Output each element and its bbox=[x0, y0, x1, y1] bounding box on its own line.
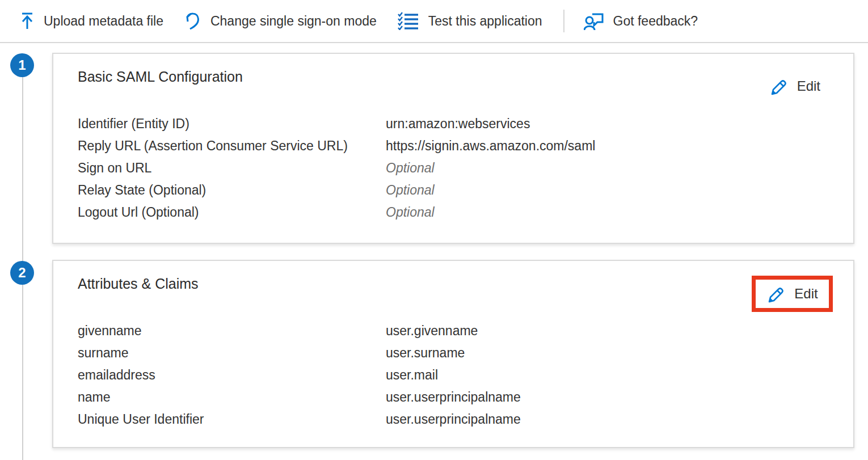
edit-attributes-claims-button[interactable]: Edit bbox=[766, 284, 818, 303]
saml-config-rows: Identifier (Entity ID)urn:amazon:webserv… bbox=[78, 113, 836, 223]
basic-saml-configuration-card: Basic SAML Configuration Edit Identifier… bbox=[52, 53, 854, 244]
checklist-icon bbox=[398, 12, 419, 30]
row-label: Logout Url (Optional) bbox=[78, 205, 386, 220]
step-2-badge: 2 bbox=[10, 261, 34, 285]
row-label: Sign on URL bbox=[78, 161, 386, 176]
row-label: Unique User Identifier bbox=[78, 412, 386, 427]
row-label: Reply URL (Assertion Consumer Service UR… bbox=[78, 138, 386, 154]
table-row: givennameuser.givenname bbox=[78, 320, 836, 342]
step-number: 1 bbox=[18, 57, 26, 73]
command-toolbar: Upload metadata file Change single sign-… bbox=[0, 0, 868, 43]
row-value: Optional bbox=[386, 161, 836, 176]
table-row: Sign on URLOptional bbox=[78, 157, 836, 179]
got-feedback-button[interactable]: Got feedback? bbox=[584, 11, 698, 31]
saml-setup-page: Upload metadata file Change single sign-… bbox=[0, 0, 868, 460]
toolbar-item-label: Change single sign-on mode bbox=[210, 14, 377, 29]
red-highlight-box: Edit bbox=[752, 276, 833, 312]
table-row: nameuser.userprincipalname bbox=[78, 386, 836, 408]
step-number: 2 bbox=[18, 265, 26, 281]
table-row: Reply URL (Assertion Consumer Service UR… bbox=[78, 135, 836, 157]
toolbar-separator bbox=[563, 10, 564, 32]
toolbar-item-label: Got feedback? bbox=[613, 14, 698, 29]
upload-metadata-file-button[interactable]: Upload metadata file bbox=[20, 12, 163, 30]
pencil-icon bbox=[769, 77, 789, 96]
edit-button-label: Edit bbox=[794, 286, 818, 302]
upload-icon bbox=[20, 12, 35, 30]
row-value: Optional bbox=[386, 183, 836, 198]
edit-basic-saml-button[interactable]: Edit bbox=[769, 77, 820, 96]
table-row: emailaddressuser.mail bbox=[78, 364, 836, 386]
change-sso-mode-button[interactable]: Change single sign-on mode bbox=[184, 11, 377, 31]
row-value: https://signin.aws.amazon.com/saml bbox=[386, 138, 836, 154]
attributes-claims-card: Attributes & Claims Edit givennameuser.g… bbox=[52, 260, 854, 448]
row-label: Identifier (Entity ID) bbox=[78, 116, 386, 132]
row-label: emailaddress bbox=[78, 368, 386, 383]
table-row: surnameuser.surname bbox=[78, 342, 836, 364]
card-title: Attributes & Claims bbox=[78, 276, 199, 292]
feedback-icon bbox=[584, 11, 604, 31]
toolbar-item-label: Upload metadata file bbox=[44, 14, 163, 29]
table-row: Logout Url (Optional)Optional bbox=[78, 201, 836, 223]
row-value: user.surname bbox=[386, 345, 836, 361]
table-row: Unique User Identifieruser.userprincipal… bbox=[78, 408, 836, 431]
test-application-button[interactable]: Test this application bbox=[398, 12, 542, 30]
row-value: urn:amazon:webservices bbox=[386, 116, 836, 132]
toolbar-item-label: Test this application bbox=[428, 14, 542, 29]
table-row: Identifier (Entity ID)urn:amazon:webserv… bbox=[78, 113, 836, 135]
row-label: givenname bbox=[78, 323, 386, 339]
row-value: user.mail bbox=[386, 368, 836, 383]
row-value: user.userprincipalname bbox=[386, 412, 836, 427]
row-label: Relay State (Optional) bbox=[78, 183, 386, 198]
row-label: name bbox=[78, 390, 386, 405]
card-title: Basic SAML Configuration bbox=[78, 69, 243, 85]
row-value: user.givenname bbox=[386, 323, 836, 339]
row-label: surname bbox=[78, 345, 386, 361]
step-1-badge: 1 bbox=[10, 53, 34, 77]
row-value: user.userprincipalname bbox=[386, 390, 836, 405]
edit-button-label: Edit bbox=[797, 78, 820, 94]
pencil-icon bbox=[766, 284, 786, 303]
claims-rows: givennameuser.givennamesurnameuser.surna… bbox=[78, 320, 836, 431]
undo-icon bbox=[184, 11, 201, 31]
table-row: Relay State (Optional)Optional bbox=[78, 179, 836, 201]
row-value: Optional bbox=[386, 205, 836, 220]
